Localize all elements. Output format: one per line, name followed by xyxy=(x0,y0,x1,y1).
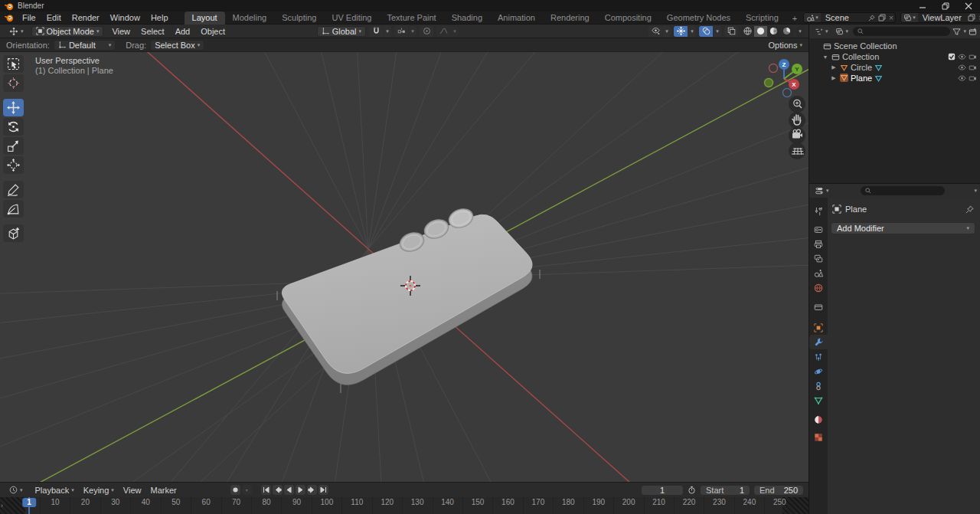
properties-tab-physics[interactable] xyxy=(809,364,828,378)
snap-target-icon[interactable] xyxy=(394,26,408,37)
shading-solid-icon[interactable] xyxy=(754,26,767,37)
object-visibility-icon[interactable] xyxy=(648,26,662,37)
tool-add-cube-button[interactable] xyxy=(3,224,24,242)
outliner-row-scene-collection[interactable]: Scene Collection xyxy=(809,41,980,51)
jump-to-prev-keyframe-button[interactable] xyxy=(273,485,283,495)
timeline-editor-type-button[interactable]: ▾ xyxy=(5,485,28,496)
disable-in-renders-icon[interactable] xyxy=(969,64,977,72)
menu-window[interactable]: Window xyxy=(105,12,145,23)
auto-keying-dropdown[interactable]: ▾ xyxy=(242,485,252,495)
workspace-tab-texture-paint[interactable]: Texture Paint xyxy=(379,11,443,25)
properties-tab-texture[interactable] xyxy=(809,430,828,444)
properties-tab-view-layer[interactable] xyxy=(809,251,828,266)
view-layer-browse-button[interactable]: ▾ xyxy=(901,13,918,22)
show-overlays-icon[interactable] xyxy=(699,26,713,37)
3d-viewport[interactable]: Z Y X Orientation: Default▾ Drag: Select… xyxy=(0,38,808,482)
navigation-gizmo[interactable]: Z Y X xyxy=(765,59,803,97)
proportional-editing-icon[interactable] xyxy=(420,26,433,37)
properties-tab-scene[interactable] xyxy=(809,266,828,280)
outliner-row-collection[interactable]: ▼Collection xyxy=(809,51,980,62)
display-mode-button[interactable]: ▾ xyxy=(833,26,851,37)
zoom-button[interactable] xyxy=(789,96,805,113)
properties-tab-particles[interactable] xyxy=(809,349,828,364)
menu-file[interactable]: File xyxy=(17,12,41,23)
workspace-tab-compositing[interactable]: Compositing xyxy=(597,11,659,25)
menu-help[interactable]: Help xyxy=(145,12,174,23)
shading-dropdown[interactable]: ▾ xyxy=(796,26,804,37)
current-frame-badge[interactable]: 1 xyxy=(22,498,36,507)
workspace-tab-shading[interactable]: Shading xyxy=(444,11,490,25)
timeline-menu-playback[interactable]: Playback▾ xyxy=(31,485,79,496)
restore-button[interactable] xyxy=(934,0,957,11)
show-gizmo-icon[interactable] xyxy=(674,26,688,37)
properties-tab-modifiers[interactable] xyxy=(809,335,828,349)
timeline-menu-marker[interactable]: Marker xyxy=(145,485,181,496)
gizmo-negative-z[interactable] xyxy=(783,89,792,97)
add-modifier-button[interactable]: Add Modifier▾ xyxy=(831,222,975,234)
tool-measure-button[interactable] xyxy=(3,200,24,218)
editor-type-button[interactable]: ▾ xyxy=(5,26,28,37)
tool-select-box-button[interactable] xyxy=(3,55,24,73)
visibility-dropdown[interactable]: ▾ xyxy=(663,26,671,37)
properties-search-input[interactable] xyxy=(861,186,945,195)
shading-material-preview-icon[interactable] xyxy=(767,26,780,37)
overlays-dropdown[interactable]: ▾ xyxy=(714,26,721,37)
properties-tab-object[interactable] xyxy=(809,320,828,335)
unlink-icon[interactable]: × xyxy=(977,13,980,22)
add-workspace-button[interactable]: + xyxy=(786,12,803,25)
workspace-tab-rendering[interactable]: Rendering xyxy=(543,11,597,25)
outliner-item-label[interactable]: Scene Collection xyxy=(834,41,897,51)
workspace-tab-modeling[interactable]: Modeling xyxy=(225,11,275,25)
gizmo-dropdown[interactable]: ▾ xyxy=(688,26,696,37)
filter-icon[interactable] xyxy=(952,28,961,36)
outliner-row-plane[interactable]: ▶Plane xyxy=(809,73,980,83)
workspace-tab-animation[interactable]: Animation xyxy=(490,11,543,25)
properties-tab-material[interactable] xyxy=(809,412,828,427)
frame-start-field[interactable]: Start1 xyxy=(700,485,750,496)
properties-tab-output[interactable] xyxy=(809,237,828,251)
scene-browse-button[interactable]: ▾ xyxy=(804,13,821,22)
workspace-tab-layout[interactable]: Layout xyxy=(185,11,225,25)
stopwatch-icon[interactable] xyxy=(687,485,697,495)
properties-tab-tool[interactable] xyxy=(809,204,828,218)
hide-in-viewport-icon[interactable] xyxy=(958,64,966,72)
falloff-curve-icon[interactable] xyxy=(436,26,450,37)
orientation-default-selector[interactable]: Default▾ xyxy=(54,40,116,51)
workspace-tab-scripting[interactable]: Scripting xyxy=(738,11,786,25)
close-button[interactable] xyxy=(957,0,980,11)
blender-menu-icon[interactable] xyxy=(5,13,14,22)
hide-in-viewport-icon[interactable] xyxy=(958,53,966,61)
copy-icon[interactable] xyxy=(966,14,977,21)
falloff-dropdown[interactable]: ▾ xyxy=(451,26,459,37)
options-dropdown[interactable]: Options▾ xyxy=(769,41,802,50)
viewport-menu-object[interactable]: Object xyxy=(195,26,230,37)
pin-icon[interactable] xyxy=(965,205,974,214)
snap-target-dropdown[interactable]: ▾ xyxy=(409,26,416,37)
camera-view-button[interactable] xyxy=(789,127,805,144)
timeline-ruler[interactable]: 1 › 102030405060708090100110120130140150… xyxy=(0,497,808,514)
filter-dropdown[interactable]: ▾ xyxy=(963,28,966,34)
tool-scale-button[interactable] xyxy=(3,137,24,155)
toggle-xray-icon[interactable] xyxy=(724,26,738,37)
expander-icon[interactable]: ▶ xyxy=(830,64,838,70)
disable-in-renders-icon[interactable] xyxy=(969,74,977,83)
tool-rotate-button[interactable] xyxy=(3,118,24,136)
toggle-orthographic-button[interactable] xyxy=(789,142,805,159)
scene-name[interactable]: Scene xyxy=(821,13,867,22)
new-collection-button[interactable] xyxy=(969,28,977,36)
disable-in-renders-icon[interactable] xyxy=(969,53,977,61)
properties-tab-data[interactable] xyxy=(809,393,828,408)
pin-icon[interactable] xyxy=(867,15,877,21)
viewport-menu-view[interactable]: View xyxy=(106,26,136,37)
menu-edit[interactable]: Edit xyxy=(41,12,67,23)
hide-in-viewport-icon[interactable] xyxy=(958,74,966,83)
breadcrumb-object-name[interactable]: Plane xyxy=(845,205,867,214)
drag-selector[interactable]: Select Box▾ xyxy=(150,40,204,51)
properties-tab-collection[interactable] xyxy=(809,300,828,314)
outliner-row-circle[interactable]: ▶Circle xyxy=(809,62,980,73)
timeline-menu-keying[interactable]: Keying▾ xyxy=(79,485,119,496)
expander-icon[interactable]: ▶ xyxy=(830,75,838,81)
jump-to-next-keyframe-button[interactable] xyxy=(307,485,317,495)
tool-transform-button[interactable] xyxy=(3,156,24,174)
properties-tab-constraints[interactable] xyxy=(809,378,828,393)
